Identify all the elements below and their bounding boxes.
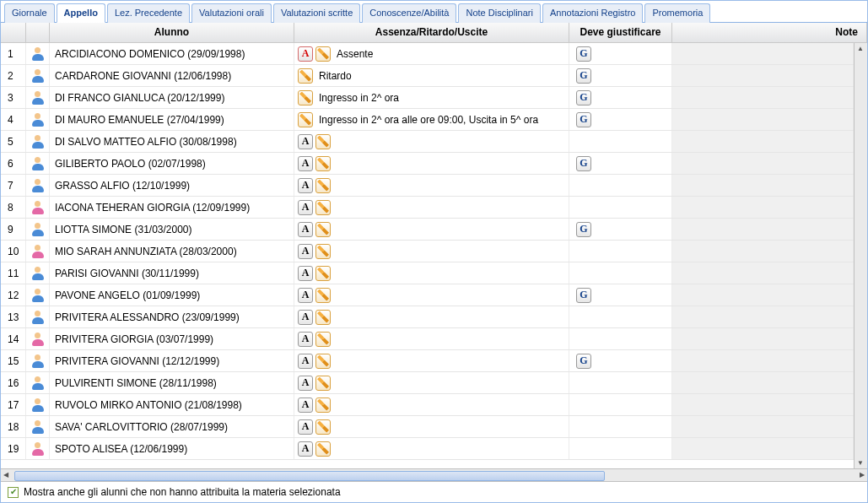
edit-button[interactable] [315, 46, 331, 62]
absence-button[interactable]: A [298, 441, 313, 457]
edit-button[interactable] [315, 266, 331, 281]
absence-button[interactable]: A [298, 244, 313, 259]
horizontal-scrollbar[interactable] [1, 468, 867, 482]
table-row[interactable]: 9LIOTTA SIMONE (31/03/2000)AG [1, 219, 854, 241]
table-row[interactable]: 2CARDARONE GIOVANNI (12/06/1998)RitardoG [1, 65, 854, 87]
tab-annotazioni-registro[interactable]: Annotazioni Registro [542, 3, 644, 23]
table-row[interactable]: 10MIO SARAH ANNUNZIATA (28/03/2000)A [1, 241, 854, 262]
tab-appello[interactable]: Appello [57, 3, 105, 23]
header-assenza[interactable]: Assenza/Ritardo/Uscite [294, 23, 569, 42]
header-giustificare[interactable]: Deve giustificare [569, 23, 672, 42]
absence-button[interactable]: A [298, 332, 313, 347]
edit-button[interactable] [315, 354, 331, 369]
absence-button[interactable]: A [298, 200, 313, 215]
justify-button[interactable]: G [576, 354, 591, 369]
justify-button[interactable]: G [576, 222, 591, 237]
table-row[interactable]: 4DI MAURO EMANUELE (27/04/1999)Ingresso … [1, 109, 854, 131]
tab-conoscenze-abilit-[interactable]: Conoscenze/Abilità [362, 3, 456, 23]
table-row[interactable]: 14PRIVITERA GIORGIA (03/07/1999)A [1, 328, 854, 350]
note-cell[interactable] [672, 153, 854, 174]
justify-button[interactable]: G [576, 46, 591, 62]
table-row[interactable]: 13PRIVITERA ALESSANDRO (23/09/1999)A [1, 306, 854, 328]
justify-button[interactable]: G [576, 90, 591, 105]
tab-giornale[interactable]: Giornale [4, 3, 55, 23]
absence-button[interactable]: A [298, 354, 313, 369]
edit-button[interactable] [315, 222, 331, 237]
absence-button[interactable]: A [298, 310, 313, 325]
edit-button[interactable] [315, 332, 331, 347]
table-row[interactable]: 5DI SALVO MATTEO ALFIO (30/08/1998)A [1, 131, 854, 153]
tab-note-disciplinari[interactable]: Note Disciplinari [458, 3, 540, 23]
justify-button[interactable]: G [576, 112, 591, 127]
table-row[interactable]: 18SAVA' CARLOVITTORIO (28/07/1999)A [1, 416, 854, 438]
absence-button[interactable]: A [298, 398, 313, 413]
absence-button[interactable]: A [298, 419, 313, 435]
table-row[interactable]: 11PARISI GIOVANNI (30/11/1999)A [1, 262, 854, 284]
tab-promemoria[interactable]: Promemoria [644, 3, 710, 23]
note-cell[interactable] [672, 306, 854, 327]
tab-valutazioni-scritte[interactable]: Valutazioni scritte [273, 3, 360, 23]
absence-button[interactable]: A [298, 134, 313, 149]
edit-button[interactable] [298, 112, 313, 127]
note-cell[interactable] [672, 175, 854, 196]
table-row[interactable]: 17RUVOLO MIRKO ANTONIO (21/08/1998)A [1, 394, 854, 416]
edit-button[interactable] [315, 419, 331, 435]
table-row[interactable]: 19SPOTO ALISEA (12/06/1999)A [1, 438, 854, 460]
edit-button[interactable] [298, 90, 313, 105]
absence-button[interactable]: A [298, 178, 313, 193]
absence-button[interactable]: A [298, 376, 313, 391]
table-row[interactable]: 7GRASSO ALFIO (12/10/1999)A [1, 175, 854, 197]
edit-button[interactable] [298, 68, 313, 84]
note-cell[interactable] [672, 284, 854, 306]
note-cell[interactable] [672, 197, 854, 218]
absence-button[interactable]: A [298, 156, 313, 171]
vertical-scrollbar[interactable] [854, 43, 867, 468]
edit-button[interactable] [315, 398, 331, 413]
note-cell[interactable] [672, 394, 854, 415]
justify-button[interactable]: G [576, 68, 591, 84]
table-row[interactable]: 3DI FRANCO GIANLUCA (20/12/1999)Ingresso… [1, 87, 854, 109]
header-number[interactable] [1, 23, 26, 42]
note-cell[interactable] [672, 372, 854, 393]
table-row[interactable]: 8IACONA TEHERAN GIORGIA (12/09/1999)A [1, 197, 854, 219]
absence-button[interactable]: A [298, 266, 313, 281]
edit-button[interactable] [315, 310, 331, 325]
note-cell[interactable] [672, 131, 854, 152]
edit-button[interactable] [315, 244, 331, 259]
note-cell[interactable] [672, 350, 854, 371]
note-cell[interactable] [672, 219, 854, 240]
show-all-checkbox[interactable] [8, 487, 19, 498]
note-cell[interactable] [672, 438, 854, 459]
note-cell[interactable] [672, 43, 854, 64]
edit-button[interactable] [315, 156, 331, 171]
table-row[interactable]: 15PRIVITERA GIOVANNI (12/12/1999)AG [1, 350, 854, 372]
tab-valutazioni-orali[interactable]: Valutazioni orali [191, 3, 272, 23]
header-alunno[interactable]: Alunno [50, 23, 294, 42]
header-icon[interactable] [26, 23, 50, 42]
edit-button[interactable] [315, 288, 331, 303]
justify-button[interactable]: G [576, 156, 591, 171]
tab-lez-precedente[interactable]: Lez. Precedente [107, 3, 190, 23]
scrollbar-thumb[interactable] [14, 471, 605, 481]
note-cell[interactable] [672, 416, 854, 437]
table-row[interactable]: 16PULVIRENTI SIMONE (28/11/1998)A [1, 372, 854, 394]
table-row[interactable]: 1ARCIDIACONO DOMENICO (29/09/1998)AAssen… [1, 43, 854, 65]
note-cell[interactable] [672, 328, 854, 349]
table-row[interactable]: 12PAVONE ANGELO (01/09/1999)AG [1, 284, 854, 306]
edit-button[interactable] [315, 376, 331, 391]
edit-button[interactable] [315, 441, 331, 457]
edit-button[interactable] [315, 200, 331, 215]
note-cell[interactable] [672, 262, 854, 284]
absence-button[interactable]: A [298, 46, 313, 62]
edit-button[interactable] [315, 178, 331, 193]
note-cell[interactable] [672, 241, 854, 262]
absence-button[interactable]: A [298, 222, 313, 237]
header-note[interactable]: Note [672, 23, 867, 42]
justify-button[interactable]: G [576, 288, 591, 303]
table-row[interactable]: 6GILIBERTO PAOLO (02/07/1998)AG [1, 153, 854, 175]
note-cell[interactable] [672, 109, 854, 130]
absence-button[interactable]: A [298, 288, 313, 303]
edit-button[interactable] [315, 134, 331, 149]
note-cell[interactable] [672, 65, 854, 86]
note-cell[interactable] [672, 87, 854, 108]
